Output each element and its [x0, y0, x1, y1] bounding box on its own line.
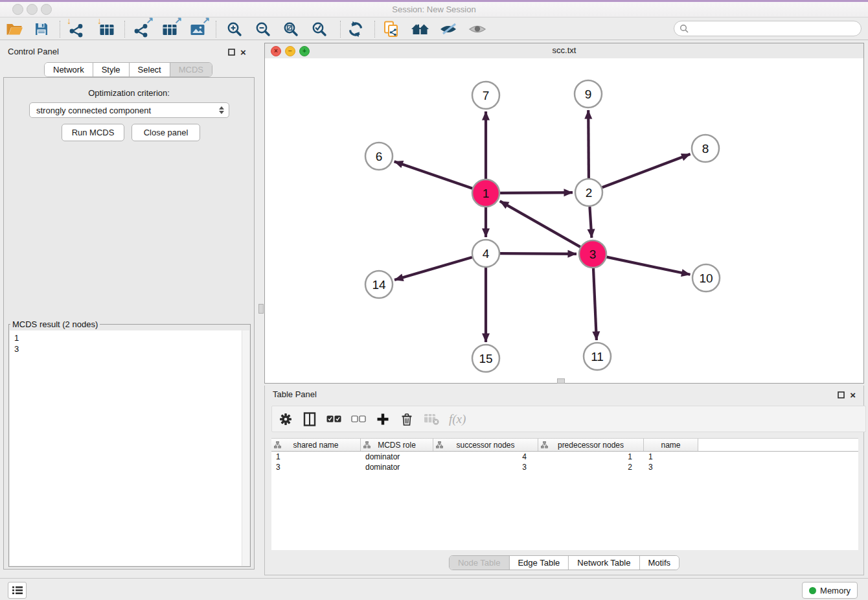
- cell-name[interactable]: 3: [644, 462, 698, 472]
- cell-shared-name[interactable]: 3: [271, 462, 361, 472]
- zoom-fit-button[interactable]: [280, 17, 302, 40]
- cell-predecessor-nodes[interactable]: 1: [538, 452, 644, 462]
- graph-edge-3-11[interactable]: [593, 268, 597, 340]
- select-all-columns-button[interactable]: [326, 415, 341, 422]
- network-window-titlebar[interactable]: ×−+ scc.txt: [265, 43, 863, 59]
- close-panel-button[interactable]: Close panel: [131, 124, 200, 141]
- cell-MCDS-role[interactable]: dominator: [361, 452, 433, 462]
- network-window-minimize-button[interactable]: −: [285, 46, 295, 56]
- column-header-successor-nodes[interactable]: successor nodes: [433, 439, 538, 451]
- network-window-close-button[interactable]: ×: [271, 46, 281, 56]
- graph-node-9[interactable]: 9: [575, 80, 602, 108]
- cell-successor-nodes[interactable]: 3: [433, 462, 538, 472]
- table-row-1[interactable]: 3dominator323: [271, 462, 858, 472]
- control-panel-close-button[interactable]: ×: [240, 47, 246, 57]
- graph-edge-4-3[interactable]: [500, 253, 577, 254]
- show-detail-button[interactable]: [466, 17, 488, 40]
- import-table-button[interactable]: ↓: [96, 17, 118, 40]
- table-options-button[interactable]: [279, 413, 293, 426]
- memory-button[interactable]: Memory: [802, 582, 858, 599]
- delete-columns-button[interactable]: [400, 412, 414, 426]
- search-field[interactable]: [674, 21, 862, 36]
- show-columns-button[interactable]: [303, 412, 317, 426]
- open-session-button[interactable]: [3, 17, 25, 40]
- graph-node-6[interactable]: 6: [365, 143, 393, 170]
- add-column-icon: [376, 413, 389, 426]
- save-session-button[interactable]: [30, 17, 52, 40]
- graph-node-14[interactable]: 14: [365, 271, 393, 298]
- column-header-shared-name[interactable]: shared name: [271, 439, 361, 451]
- graph-node-7[interactable]: 7: [472, 82, 499, 109]
- graph-edge-3-1[interactable]: [500, 201, 580, 247]
- export-image-button[interactable]: ↗: [187, 17, 209, 40]
- zoom-out-button[interactable]: [252, 17, 274, 40]
- tab-style[interactable]: Style: [93, 63, 130, 76]
- app-minimize-button[interactable]: [27, 4, 38, 15]
- table-panel-close-button[interactable]: ×: [850, 390, 856, 400]
- unselect-all-columns-icon: [351, 415, 366, 422]
- zoom-in-button[interactable]: [223, 17, 246, 40]
- column-header-predecessor-nodes[interactable]: predecessor nodes: [538, 439, 644, 451]
- table-tab-network-table[interactable]: Network Table: [569, 556, 639, 570]
- unselect-all-columns-button[interactable]: [351, 415, 366, 422]
- table-panel-float-button[interactable]: [838, 391, 845, 398]
- graph-edge-3-10[interactable]: [607, 257, 691, 275]
- graph-edge-1-6[interactable]: [394, 161, 473, 189]
- mcds-result-text[interactable]: 1 3: [10, 330, 249, 566]
- zoom-selected-button[interactable]: [308, 17, 330, 40]
- refresh-layout-button[interactable]: [345, 17, 367, 40]
- import-network-button[interactable]: ↓: [65, 17, 87, 40]
- run-mcds-button[interactable]: Run MCDS: [62, 124, 124, 141]
- export-table-button[interactable]: ↗: [159, 17, 181, 40]
- graph-edge-2-3[interactable]: [589, 207, 591, 238]
- mcds-result-lines: 1 3: [10, 330, 249, 356]
- column-header-MCDS-role[interactable]: MCDS role: [361, 439, 433, 451]
- export-image-arrow-icon: ↗: [202, 16, 210, 25]
- network-canvas-svg[interactable]: 7968124314101511: [265, 58, 863, 383]
- app-zoom-button[interactable]: [41, 4, 52, 15]
- graph-node-1[interactable]: 1: [472, 179, 499, 207]
- show-home-button[interactable]: [409, 17, 431, 40]
- search-input[interactable]: [692, 23, 856, 34]
- graph-node-10[interactable]: 10: [692, 264, 720, 292]
- clone-network-button[interactable]: [380, 17, 402, 40]
- select-all-columns-icon: [326, 415, 341, 422]
- column-header-name[interactable]: name: [644, 439, 698, 451]
- optimization-criterion-select[interactable]: strongly connected component: [29, 102, 229, 118]
- tab-mcds[interactable]: MCDS: [170, 63, 212, 76]
- cell-name[interactable]: 1: [644, 452, 698, 462]
- cell-MCDS-role[interactable]: dominator: [361, 462, 433, 472]
- network-window-zoom-button[interactable]: +: [299, 46, 310, 56]
- graph-edge-2-9[interactable]: [588, 110, 589, 178]
- table-row-0[interactable]: 1dominator411: [271, 452, 858, 462]
- graph-node-15[interactable]: 15: [472, 345, 499, 372]
- graph-node-3[interactable]: 3: [579, 240, 606, 268]
- add-column-button[interactable]: [376, 413, 390, 426]
- task-history-button[interactable]: [8, 582, 27, 599]
- tab-network[interactable]: Network: [45, 63, 93, 76]
- table-tab-edge-table[interactable]: Edge Table: [509, 556, 569, 570]
- optimization-criterion-label: Optimization criterion:: [4, 88, 254, 98]
- graph-edge-1-2[interactable]: [500, 192, 573, 193]
- mcds-result-scrollbar[interactable]: [242, 330, 249, 566]
- app-close-button[interactable]: [12, 4, 23, 15]
- optimization-criterion-value: strongly connected component: [36, 106, 151, 115]
- graph-edge-2-8[interactable]: [602, 154, 691, 187]
- tab-select[interactable]: Select: [130, 63, 170, 76]
- graph-node-8[interactable]: 8: [692, 135, 719, 162]
- panel-splitter-handle-horizontal[interactable]: [557, 378, 565, 384]
- cell-predecessor-nodes[interactable]: 2: [538, 462, 644, 472]
- cell-successor-nodes[interactable]: 4: [433, 452, 538, 462]
- hide-detail-button[interactable]: [437, 17, 459, 40]
- control-panel-float-button[interactable]: [228, 49, 235, 56]
- graph-node-11[interactable]: 11: [584, 343, 611, 370]
- graph-edge-4-14[interactable]: [394, 257, 472, 280]
- table-tab-motifs[interactable]: Motifs: [639, 556, 679, 570]
- table-tab-node-table[interactable]: Node Table: [450, 556, 510, 570]
- export-network-button[interactable]: ↗: [130, 17, 152, 40]
- graph-node-2[interactable]: 2: [575, 179, 602, 206]
- cell-shared-name[interactable]: 1: [271, 452, 361, 462]
- graph-node-4[interactable]: 4: [472, 240, 499, 267]
- panel-splitter-handle-vertical[interactable]: [258, 304, 264, 314]
- app-window-controls: [12, 4, 52, 15]
